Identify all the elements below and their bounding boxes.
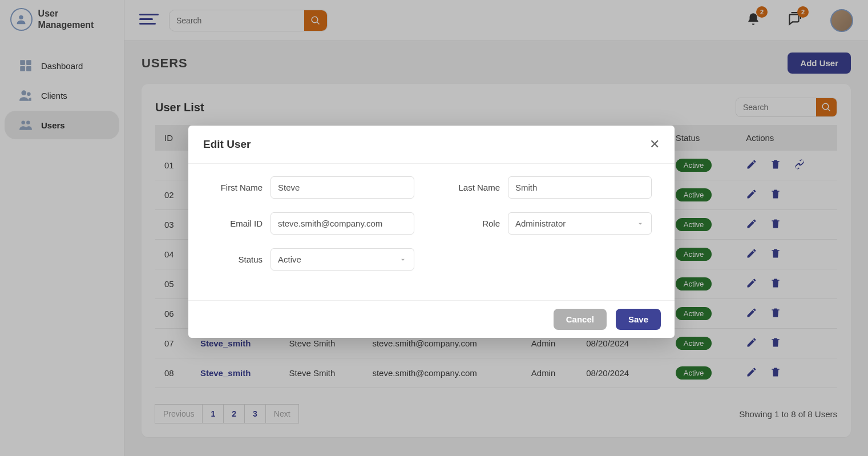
role-label: Role [449,219,500,228]
role-select[interactable]: Administrator [508,212,652,235]
status-select-value: Active [278,255,301,264]
last-name-label: Last Name [449,183,500,192]
status-label: Status [211,255,263,264]
save-button[interactable]: Save [616,309,661,330]
modal-title: Edit User [203,138,251,151]
last-name-input[interactable] [508,176,652,199]
chevron-down-icon [636,220,644,228]
first-name-label: First Name [211,183,263,192]
email-input[interactable] [271,212,414,235]
first-name-input[interactable] [271,176,414,199]
status-select[interactable]: Active [271,248,414,271]
role-select-value: Administrator [515,219,566,228]
modal-close-button[interactable]: ✕ [649,137,660,152]
chevron-down-icon [399,256,407,264]
close-icon: ✕ [649,137,660,151]
email-label: Email ID [211,219,263,228]
cancel-button[interactable]: Cancel [554,309,607,330]
edit-user-modal: Edit User ✕ First Name Last Name Email I… [188,126,675,338]
